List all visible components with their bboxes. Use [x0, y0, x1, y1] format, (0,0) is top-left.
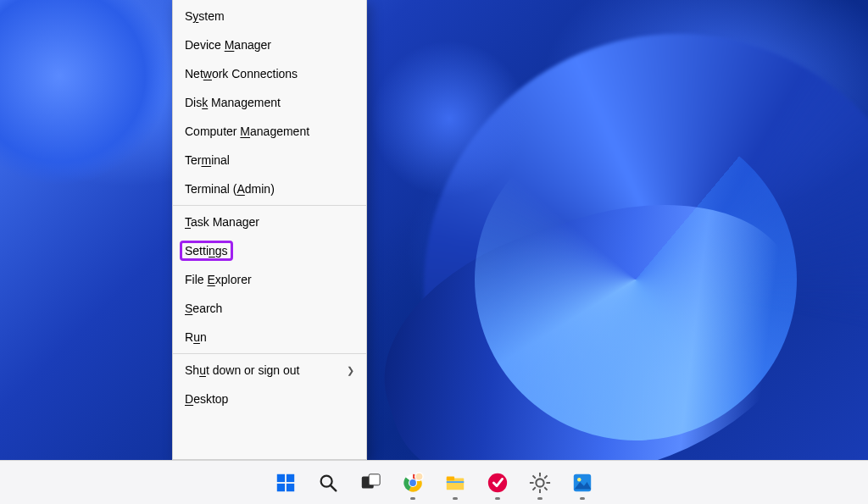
- menu-item-disk-management[interactable]: Disk Management: [173, 88, 366, 117]
- menu-item-terminal[interactable]: Terminal: [173, 146, 366, 174]
- menu-item-label: Settings: [185, 244, 228, 258]
- running-indicator: [495, 497, 500, 500]
- chrome-icon: [401, 471, 425, 495]
- running-indicator: [537, 497, 542, 500]
- winx-menu: SystemDevice ManagerNetwork ConnectionsD…: [172, 0, 367, 460]
- menu-item-desktop[interactable]: Desktop: [173, 385, 366, 413]
- svg-rect-2: [277, 483, 285, 490]
- svg-rect-20: [544, 486, 548, 490]
- menu-item-label: Terminal (Admin): [185, 182, 275, 196]
- svg-rect-18: [544, 474, 548, 479]
- menu-separator: [173, 205, 366, 206]
- menu-item-device-manager[interactable]: Device Manager: [173, 30, 366, 59]
- menu-item-label: Device Manager: [185, 38, 271, 52]
- explorer-button[interactable]: [437, 464, 474, 501]
- snagit-button[interactable]: [479, 464, 516, 501]
- svg-rect-17: [539, 472, 541, 476]
- menu-item-task-manager[interactable]: Task Manager: [173, 208, 366, 236]
- menu-item-label: Desktop: [185, 392, 228, 406]
- settings-button[interactable]: [521, 464, 559, 501]
- menu-item-label: Run: [185, 330, 207, 344]
- taskview-icon: [359, 471, 382, 495]
- start-button[interactable]: [267, 464, 304, 501]
- menu-item-label: Task Manager: [185, 215, 259, 229]
- menu-item-label: Disk Management: [185, 96, 281, 109]
- svg-rect-19: [546, 482, 550, 484]
- svg-rect-23: [530, 482, 534, 484]
- snagit-icon: [486, 471, 509, 495]
- menu-item-label: File Explorer: [185, 273, 252, 286]
- menu-item-file-explorer[interactable]: File Explorer: [173, 265, 366, 294]
- svg-rect-7: [369, 474, 380, 485]
- running-indicator: [453, 497, 458, 500]
- start-icon: [274, 471, 298, 495]
- menu-item-shut-down-or-sign-out[interactable]: Shut down or sign out❯: [173, 356, 366, 385]
- svg-point-15: [488, 473, 507, 491]
- menu-item-label: Terminal: [185, 153, 230, 167]
- menu-item-system[interactable]: System: [173, 2, 366, 30]
- running-indicator: [410, 497, 415, 500]
- svg-rect-14: [447, 481, 464, 483]
- menu-item-label: Shut down or sign out: [185, 363, 299, 377]
- svg-rect-3: [287, 483, 294, 490]
- svg-point-10: [409, 479, 416, 486]
- svg-rect-24: [532, 474, 537, 479]
- menu-separator: [173, 353, 366, 354]
- chrome-button[interactable]: [394, 464, 431, 501]
- desktop-wallpaper: [0, 0, 868, 504]
- running-indicator: [580, 497, 585, 500]
- settings-icon: [528, 471, 552, 495]
- menu-item-label: Network Connections: [185, 67, 298, 80]
- menu-item-label: Computer Management: [185, 125, 309, 138]
- menu-item-computer-management[interactable]: Computer Management: [173, 117, 366, 146]
- svg-rect-21: [539, 489, 541, 493]
- photos-icon: [570, 471, 594, 495]
- menu-item-settings[interactable]: Settings: [173, 236, 366, 265]
- search-icon: [316, 471, 340, 495]
- menu-item-run[interactable]: Run: [173, 323, 366, 352]
- svg-rect-1: [287, 474, 294, 481]
- svg-rect-13: [447, 476, 454, 480]
- taskbar: [0, 460, 868, 504]
- svg-line-5: [331, 485, 337, 490]
- search-button[interactable]: [309, 464, 347, 501]
- svg-point-11: [415, 472, 423, 479]
- svg-rect-22: [532, 486, 537, 490]
- svg-rect-0: [277, 474, 285, 481]
- svg-point-26: [577, 478, 581, 481]
- photos-button[interactable]: [564, 464, 601, 501]
- taskview-button[interactable]: [352, 464, 389, 501]
- chevron-right-icon: ❯: [347, 365, 354, 376]
- menu-item-search[interactable]: Search: [173, 294, 366, 323]
- svg-point-16: [536, 479, 543, 486]
- menu-item-terminal-admin[interactable]: Terminal (Admin): [173, 174, 366, 203]
- menu-item-network-connections[interactable]: Network Connections: [173, 59, 366, 88]
- menu-item-label: Search: [185, 302, 222, 315]
- menu-item-label: System: [185, 9, 225, 23]
- explorer-icon: [443, 471, 467, 495]
